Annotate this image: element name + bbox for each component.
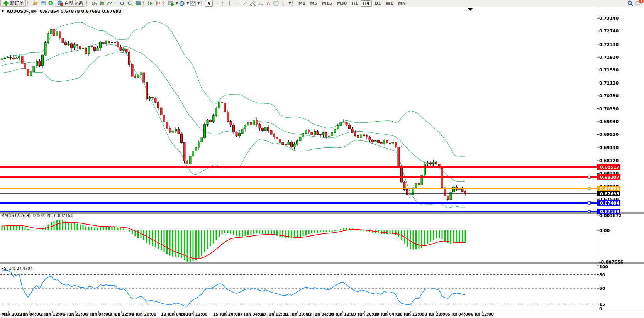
zoom-out-icon[interactable] [127, 0, 134, 6]
svg-text:E: E [254, 3, 256, 6]
new-order-label: 新订单 [10, 0, 24, 7]
svg-text:14 Jun 12:00: 14 Jun 12:00 [180, 312, 208, 316]
tile-windows-icon[interactable] [134, 0, 141, 6]
svg-text:6 Jul 12:00: 6 Jul 12:00 [471, 312, 494, 316]
price-label-0.67693: 0.67693 [600, 191, 619, 196]
toolbar-separator [163, 1, 166, 6]
notification-count-badge: 1 [639, 0, 644, 3]
new-order-button[interactable]: 新订单 [0, 0, 26, 7]
chart-canvas[interactable]: 0.731400.727400.723300.719300.715300.711… [0, 0, 644, 318]
timeframe-m15-button[interactable]: M15 [320, 1, 334, 6]
search-icon[interactable] [627, 0, 634, 6]
horizontal-line-tool-icon[interactable] [234, 0, 241, 6]
svg-text:0.73140: 0.73140 [599, 16, 619, 21]
cursor-tool-icon[interactable] [205, 0, 213, 7]
svg-text:80: 80 [599, 272, 605, 277]
svg-text:0.69530: 0.69530 [599, 132, 619, 137]
chart-symbol-period: AUDUSD-,H4 [7, 9, 37, 14]
chart-title[interactable]: ▼ AUDUSD-,H4 0.67854 0.67878 0.67693 0.6… [2, 9, 122, 14]
toolbar-separator [292, 1, 295, 6]
auto-scroll-icon[interactable] [147, 0, 154, 6]
svg-text:50: 50 [599, 286, 605, 291]
toolbar-separator [27, 1, 30, 6]
zoom-in-icon[interactable] [119, 0, 126, 6]
trendline-tool-icon[interactable] [242, 0, 249, 6]
svg-text:15 Jun 20:00: 15 Jun 20:00 [213, 312, 241, 316]
autotrading-button[interactable]: 自动交易 [55, 0, 85, 7]
periods-dropdown-caret[interactable]: ▼ [186, 2, 189, 5]
timeframe-m5-button[interactable]: M5 [308, 1, 319, 6]
svg-text:30 Jun 12:00: 30 Jun 12:00 [397, 312, 425, 316]
timeframe-h4-button[interactable]: H4 [361, 0, 372, 7]
equidistant-channel-tool-icon[interactable]: E [249, 0, 256, 6]
price-label-0.68517: 0.68517 [600, 165, 619, 170]
svg-text:0.003672: 0.003672 [599, 213, 622, 218]
svg-text:3 Jul 23:00: 3 Jul 23:00 [425, 312, 448, 316]
svg-text:5 Jun 23:00: 5 Jun 23:00 [63, 312, 88, 316]
svg-text:0.71930: 0.71930 [599, 55, 619, 60]
toolbar-separator [143, 1, 146, 6]
toolbar-separator [115, 1, 117, 6]
time-axis[interactable]: 30 May 20221 Jun 04:002 Jun 12:005 Jun 2… [0, 311, 494, 316]
price-label-0.67855: 0.67855 [600, 186, 619, 191]
rsi-indicator-label: RSI(14) 37.4704 [1, 266, 32, 271]
svg-text:0.00: 0.00 [599, 228, 610, 233]
svg-text:F: F [262, 3, 263, 6]
periods-clock-icon[interactable] [178, 0, 185, 6]
autotrading-label: 自动交易 [64, 0, 83, 7]
svg-text:100: 100 [599, 264, 608, 269]
chart-background [0, 7, 644, 318]
timeframe-mn-button[interactable]: MN [396, 1, 408, 6]
timeframe-d1-button[interactable]: D1 [373, 1, 383, 6]
candlestick-mode-icon[interactable] [98, 0, 105, 6]
fibonacci-tool-icon[interactable]: F [257, 0, 264, 6]
toolbar-separator [222, 1, 225, 6]
line-endpoint-marker[interactable] [588, 176, 590, 178]
chart-profiles-icon[interactable] [32, 0, 39, 6]
timeframe-w1-button[interactable]: W1 [384, 1, 395, 6]
timeframe-m30-button[interactable]: M30 [335, 1, 349, 6]
svg-text:8 Jun 12:00: 8 Jun 12:00 [109, 312, 134, 316]
line-chart-mode-icon[interactable] [106, 0, 113, 6]
templates-dropdown-caret[interactable]: ▼ [197, 2, 200, 5]
indicators-icon[interactable] [168, 0, 175, 6]
line-endpoint-marker[interactable] [588, 187, 590, 189]
macd-indicator-label: MACD(12,26,9) -0.002328 -0.002163 [1, 213, 73, 218]
timeframe-h1-button[interactable]: H1 [349, 1, 360, 6]
price-axis[interactable]: 0.731400.727400.723300.719300.715300.711… [597, 16, 619, 202]
market-watch-icon[interactable] [39, 0, 46, 6]
price-label-0.68207: 0.68207 [600, 175, 619, 180]
svg-text:0.69930: 0.69930 [599, 119, 619, 124]
chart-shift-icon[interactable] [155, 0, 162, 6]
vertical-line-tool-icon[interactable] [226, 0, 233, 6]
arrows-dropdown-caret[interactable]: ▼ [288, 2, 291, 5]
text-tool-icon[interactable]: A [265, 0, 272, 6]
timeframe-m1-button[interactable]: M1 [297, 1, 308, 6]
svg-text:0.72330: 0.72330 [599, 42, 619, 47]
toolbar-separator [86, 1, 89, 6]
svg-text:0.70330: 0.70330 [599, 107, 619, 112]
templates-icon[interactable] [189, 0, 196, 6]
line-endpoint-marker[interactable] [588, 210, 590, 213]
toolbar: 新订单 自动交易 ▼ ▼ ▼ E F [0, 0, 644, 7]
text-label-tool-icon[interactable]: T [273, 0, 280, 6]
bar-chart-mode-icon[interactable] [91, 0, 98, 6]
svg-text:1 Jun 04:00: 1 Jun 04:00 [17, 312, 42, 316]
svg-text:9 Jun 20:00: 9 Jun 20:00 [132, 312, 156, 316]
svg-text:0.71530: 0.71530 [599, 68, 619, 73]
line-endpoint-marker[interactable] [588, 202, 590, 204]
svg-text:0.71130: 0.71130 [599, 81, 619, 86]
svg-text:7 Jun 04:00: 7 Jun 04:00 [86, 312, 111, 316]
indicators-dropdown-caret[interactable]: ▼ [176, 2, 178, 5]
notifications-chat-icon[interactable]: 1 [634, 0, 641, 6]
signals-icon[interactable] [47, 0, 54, 6]
arrows-tool-icon[interactable] [280, 0, 287, 6]
svg-text:0.68720: 0.68720 [599, 158, 619, 163]
new-order-icon [3, 0, 10, 6]
chart-collapse-icon[interactable]: ▼ [2, 10, 4, 13]
svg-text:2 Jun 12:00: 2 Jun 12:00 [40, 312, 65, 316]
svg-text:5 Jul 04:00: 5 Jul 04:00 [447, 312, 471, 316]
svg-text:0.72740: 0.72740 [599, 29, 619, 34]
crosshair-tool-icon[interactable] [214, 0, 220, 6]
svg-text:0: 0 [599, 306, 602, 311]
